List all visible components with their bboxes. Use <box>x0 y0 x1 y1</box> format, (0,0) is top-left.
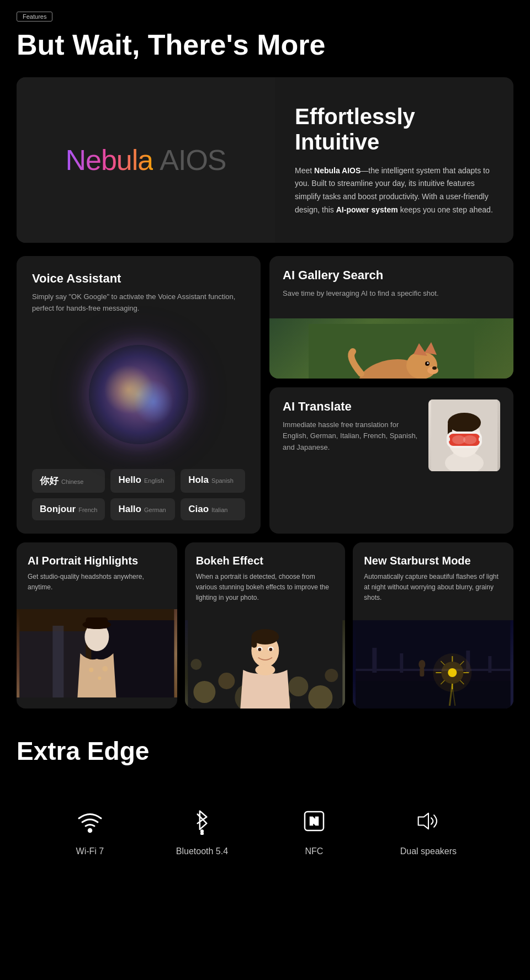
gallery-image-area: Find my puppy <box>269 318 513 379</box>
chip-chinese-main: 你好 <box>40 475 59 487</box>
bokeh-desc: When a portrait is detected, choose from… <box>196 572 335 604</box>
bluetooth-icon <box>186 805 219 838</box>
svg-point-35 <box>193 681 215 703</box>
chip-spanish-main: Hola <box>188 475 209 486</box>
speaker-svg <box>415 807 442 835</box>
svg-point-74 <box>88 829 92 832</box>
nebula-info-area: Effortlessly Intuitive Meet Nebula AIOS—… <box>275 77 513 243</box>
wifi-icon <box>73 805 107 838</box>
nebula-word: Nebula <box>65 144 153 176</box>
translate-card: AI Translate Immediate hassle free trans… <box>269 387 513 534</box>
svg-point-3 <box>406 351 437 379</box>
bokeh-illustration <box>185 620 346 709</box>
speaker-icon <box>412 805 445 838</box>
chip-italian-main: Ciao <box>188 504 209 515</box>
portrait-desc: Get studio-quality headshots anywhere, a… <box>28 572 166 593</box>
chip-german-main: Hallo <box>118 504 141 515</box>
spec-speaker: Dual speakers <box>400 805 457 856</box>
svg-point-38 <box>288 677 308 696</box>
extra-edge-title: Extra Edge <box>17 736 513 766</box>
svg-point-48 <box>258 648 261 651</box>
chip-english-main: Hello <box>118 475 141 486</box>
starburst-title: New Starburst Mode <box>364 555 502 567</box>
gallery-desc: Save time by leveraging AI to find a spe… <box>283 288 500 300</box>
svg-point-59 <box>419 660 426 669</box>
svg-point-49 <box>269 648 272 651</box>
bokeh-image <box>185 620 346 709</box>
chip-spanish-lang: Spanish <box>211 477 234 484</box>
svg-point-76 <box>201 830 203 832</box>
corgi-illustration <box>309 324 474 379</box>
svg-point-23 <box>463 435 476 444</box>
svg-point-31 <box>89 668 93 672</box>
svg-point-16 <box>448 413 481 433</box>
svg-point-50 <box>255 664 275 675</box>
translate-image <box>428 400 500 471</box>
voice-assistant-card: Voice Assistant Simply say "OK Google" t… <box>17 256 261 534</box>
gallery-card-content: AI Gallery Search Save time by leveragin… <box>269 256 513 318</box>
portrait-content: AI Portrait Highlights Get studio-qualit… <box>17 542 177 609</box>
svg-point-39 <box>308 685 332 709</box>
starburst-card: New Starburst Mode Automatically capture… <box>353 542 513 709</box>
portrait-image <box>17 609 177 697</box>
bluetooth-svg <box>188 807 216 835</box>
nfc-label: NFC <box>305 846 323 856</box>
chip-french-lang: French <box>78 507 97 513</box>
aios-word: AIOS <box>160 144 226 176</box>
chip-french-main: Bonjour <box>40 504 76 515</box>
nfc-svg <box>300 807 328 835</box>
svg-rect-55 <box>373 648 377 673</box>
spec-bluetooth: Bluetooth 5.4 <box>176 805 228 856</box>
starburst-image <box>353 620 513 709</box>
starburst-illustration <box>353 620 513 709</box>
bluetooth-label: Bluetooth 5.4 <box>176 846 228 856</box>
chip-english-lang: English <box>144 477 164 484</box>
page-wrapper: Features But Wait, There's More NebulaAI… <box>0 0 530 906</box>
bokeh-card: Bokeh Effect When a portrait is detected… <box>185 542 346 709</box>
svg-rect-53 <box>356 669 511 671</box>
bottom-cards-row: AI Portrait Highlights Get studio-qualit… <box>17 542 513 709</box>
svg-rect-30 <box>86 617 108 629</box>
portrait-title: AI Portrait Highlights <box>28 555 166 567</box>
nebula-hero-card: NebulaAIOS Effortlessly Intuitive Meet N… <box>17 77 513 243</box>
svg-point-9 <box>427 362 429 364</box>
speaker-label: Dual speakers <box>400 846 457 856</box>
svg-rect-20 <box>447 437 450 441</box>
nebula-headline: Effortlessly Intuitive <box>295 104 494 155</box>
chip-german-lang: German <box>144 507 166 513</box>
extra-edge-section: Extra Edge Wi-Fi 7 <box>17 731 513 884</box>
wifi-svg <box>76 807 104 835</box>
chip-chinese: 你好 Chinese <box>32 469 105 493</box>
bokeh-content: Bokeh Effect When a portrait is detected… <box>185 542 346 620</box>
page-title: But Wait, There's More <box>17 29 513 61</box>
right-column: AI Gallery Search Save time by leveragin… <box>269 256 513 534</box>
features-badge: Features <box>17 12 52 22</box>
translate-desc: Immediate hassle free translation for En… <box>283 419 420 454</box>
bokeh-title: Bokeh Effect <box>196 555 335 567</box>
starburst-desc: Automatically capture beautiful flashes … <box>364 572 502 604</box>
svg-rect-21 <box>479 437 482 441</box>
nfc-icon <box>298 805 331 838</box>
svg-rect-56 <box>400 653 404 673</box>
spec-wifi: Wi-Fi 7 <box>73 805 107 856</box>
translation-chips: 你好 Chinese Hello English Hola Spanish Bo… <box>32 469 245 520</box>
chip-english: Hello English <box>110 469 175 493</box>
svg-rect-54 <box>356 681 511 709</box>
chip-spanish: Hola Spanish <box>181 469 245 493</box>
svg-point-11 <box>432 366 437 370</box>
svg-point-36 <box>218 673 235 689</box>
voice-orb-container <box>32 326 245 464</box>
translate-text-area: AI Translate Immediate hassle free trans… <box>283 400 420 465</box>
portrait-illustration <box>17 609 177 697</box>
voice-orb <box>89 345 188 444</box>
svg-rect-58 <box>489 656 492 673</box>
gallery-title: AI Gallery Search <box>283 268 500 283</box>
svg-marker-78 <box>418 813 428 828</box>
chip-italian-lang: Italian <box>211 507 227 513</box>
starburst-content: New Starburst Mode Automatically capture… <box>353 542 513 620</box>
svg-point-41 <box>190 659 202 670</box>
feature-row-1: Voice Assistant Simply say "OK Google" t… <box>17 256 513 534</box>
svg-rect-27 <box>52 626 63 697</box>
vr-headset-illustration <box>431 400 497 471</box>
voice-assistant-desc: Simply say "OK Google" to activate the V… <box>32 291 245 315</box>
